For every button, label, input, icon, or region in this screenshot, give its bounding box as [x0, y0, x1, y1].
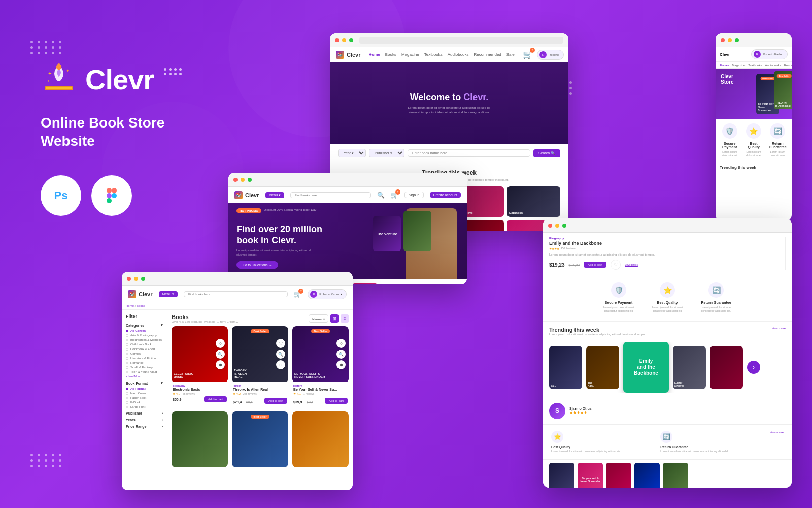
filter-teen[interactable]: Teen & Young Adult — [126, 370, 163, 373]
trending-book-th1[interactable]: Sa... — [549, 346, 582, 389]
wishlist-2[interactable]: ♡ — [276, 339, 285, 348]
book-cover-2[interactable]: Best Seller THEORY:IS ALIENREAL ♡ 🔍 ⊕ — [232, 326, 288, 382]
publisher-header[interactable]: Publisher› — [126, 411, 163, 415]
filter-arts[interactable]: Arts & Photography — [126, 334, 163, 337]
book-search-input[interactable] — [408, 149, 530, 157]
signin-button[interactable]: Sign in — [404, 192, 423, 198]
zoom-2[interactable]: 🔍 — [276, 350, 285, 359]
book-cover-1[interactable]: ELECTRONICBASIC ♡ 🔍 ⊕ — [172, 326, 228, 382]
zoom-3[interactable]: 🔍 — [336, 350, 346, 359]
load-more-categories[interactable]: + Load More — [126, 375, 140, 378]
books-menu-button[interactable]: Menu ▾ — [159, 291, 178, 297]
filter-paperbook[interactable]: Paper Book — [126, 396, 163, 399]
topright-nav-audio[interactable]: Audiobooks — [765, 64, 781, 67]
hotpromo-cart[interactable]: 🛒2 — [391, 192, 398, 199]
br-view-more[interactable]: view more — [772, 327, 786, 330]
compare-3[interactable]: ⊕ — [336, 360, 346, 369]
promo-book-5[interactable]: REALLIFE — [352, 283, 378, 284]
bottom-book-3[interactable]: SAKURA — [606, 463, 631, 488]
trending-book-th4[interactable]: Lustera Novel — [673, 346, 706, 389]
wishlist-3[interactable]: ♡ — [336, 339, 346, 348]
book-format-header[interactable]: Book Format▾ — [126, 381, 163, 385]
book-cover-6[interactable] — [292, 411, 349, 467]
add-cart-1[interactable]: Add to cart — [204, 396, 227, 402]
bottom-book-4[interactable] — [634, 463, 660, 488]
hotpromo-search[interactable] — [290, 192, 371, 198]
filter-literature[interactable]: Literature & Fiction — [126, 357, 163, 360]
bottom-book-2[interactable]: Be your self &Never Surrender — [578, 463, 603, 488]
books-cart[interactable]: 🛒2 — [294, 291, 301, 298]
wishlist-1[interactable]: ♡ — [216, 339, 225, 348]
nav-recommended[interactable]: Recommended — [474, 52, 501, 57]
year-select[interactable]: Year ▾ — [338, 149, 366, 157]
topright-hero-book2[interactable]: Best Seller THEORY:Is Alien Real — [774, 71, 792, 109]
price-range-header[interactable]: Price Range› — [126, 425, 163, 428]
compare-1[interactable]: ⊕ — [216, 360, 225, 369]
nav-home[interactable]: Home — [369, 52, 380, 57]
book-title-1[interactable]: Electronic Basic — [173, 388, 227, 391]
topright-nav-mag[interactable]: Magazine — [732, 64, 745, 67]
filter-childrens[interactable]: Children's Book — [126, 343, 163, 346]
sort-button[interactable]: Newest ▾ — [309, 314, 328, 323]
filter-hardcover[interactable]: Hard Cover — [126, 392, 163, 395]
books-search-input[interactable] — [184, 291, 288, 297]
compare-2[interactable]: ⊕ — [276, 360, 285, 369]
filter-cookbook[interactable]: Cookbook & Food — [126, 347, 163, 351]
topright-nav-text[interactable]: Textbooks — [748, 64, 762, 67]
emily-trending-card[interactable]: Emilyand theBackbone — [623, 342, 669, 393]
nav-sale[interactable]: Sale — [506, 52, 515, 57]
grid-view-button[interactable]: ⊞ — [330, 314, 339, 323]
list-view-button[interactable]: ≡ — [341, 314, 349, 323]
cart-icon[interactable]: 🛒2 — [523, 50, 533, 59]
book-title-3[interactable]: Be Your Self & Never Su... — [293, 388, 348, 391]
categories-header[interactable]: Categories▾ — [126, 323, 163, 327]
publisher-select[interactable]: Publisher ▾ — [369, 149, 404, 157]
emily-reveal[interactable]: view details — [625, 263, 638, 266]
bottom-view-more-link[interactable]: view more — [770, 431, 784, 434]
trending-book-th2[interactable]: TheAdv... — [586, 346, 619, 389]
trending-book-th5[interactable] — [710, 346, 743, 389]
nav-books[interactable]: Books — [385, 52, 396, 57]
filter-largeprint[interactable]: Large Print — [126, 405, 163, 408]
nav-audiobooks[interactable]: Audiobooks — [448, 52, 469, 57]
bottom-book-1[interactable] — [549, 463, 574, 488]
filter-biographies[interactable]: Biographies & Memoirs — [126, 338, 163, 341]
bottom-book-5[interactable] — [663, 463, 688, 488]
book-title-2[interactable]: Theory: Is Alien Real — [233, 388, 287, 391]
emily-wishlist[interactable]: ♡ — [611, 260, 621, 270]
book-cover-5[interactable]: Best Seller — [232, 411, 288, 467]
book-price-3: $39,9 — [293, 400, 302, 404]
filter-comics[interactable]: Comics — [126, 352, 163, 355]
filter-all-genres[interactable]: All Genres — [126, 329, 163, 332]
create-account-button[interactable]: Create account — [430, 192, 461, 198]
years-header[interactable]: Years› — [126, 418, 163, 422]
topright-user[interactable]: R Roberto Karloc — [751, 49, 788, 59]
breadcrumb-books[interactable]: Books — [137, 304, 145, 307]
user-pill[interactable]: R Roberto — [537, 50, 564, 60]
nav-magazine[interactable]: Magazine — [401, 52, 419, 57]
search-button[interactable]: Search 🔍 — [533, 149, 560, 157]
trending-next-arrow[interactable]: › — [747, 361, 760, 374]
emily-add-cart[interactable]: Add to cart — [584, 262, 606, 268]
search-icon[interactable]: 🔍 — [377, 192, 385, 199]
topright-nav-books[interactable]: Books — [720, 64, 729, 67]
emily-title[interactable]: Emily and the Backbone — [549, 241, 781, 246]
reviewer-info: Sjarmo Otius ★★★★★ — [569, 407, 592, 415]
zoom-1[interactable]: 🔍 — [216, 350, 225, 359]
books-user-pill[interactable]: R Roberto Karloc ▾ — [308, 289, 347, 299]
goto-collections-button[interactable]: Go to Collections → — [236, 261, 278, 269]
menu-button[interactable]: Menu ▾ — [265, 192, 284, 198]
filter-all-format[interactable]: All Format — [126, 387, 163, 390]
filter-scifi[interactable]: Sci-Fi & Fantasy — [126, 366, 163, 369]
breadcrumb-home[interactable]: Home — [126, 304, 134, 307]
filter-ebook[interactable]: E-Book — [126, 401, 163, 404]
book-cover-4[interactable] — [172, 411, 228, 467]
filter-romance[interactable]: Romance — [126, 361, 163, 364]
topright-nav-rec[interactable]: Recommended — [784, 64, 792, 67]
nav-textbooks[interactable]: Textbooks — [424, 52, 443, 57]
svg-rect-6 — [112, 188, 117, 193]
trending-book-4[interactable]: Darkness — [507, 186, 560, 217]
add-cart-2[interactable]: Add to cart — [264, 398, 287, 404]
add-cart-3[interactable]: Add to cart — [325, 398, 348, 404]
book-cover-3[interactable]: Best Seller Be your self &Never Surrende… — [292, 326, 349, 382]
